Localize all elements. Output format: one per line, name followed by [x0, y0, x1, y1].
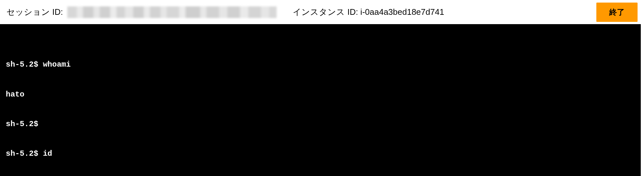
session-id-label: セッション ID:: [6, 6, 63, 18]
terminal-line: sh-5.2$: [6, 119, 635, 129]
terminal-output[interactable]: sh-5.2$ whoami hato sh-5.2$ sh-5.2$ id u…: [0, 24, 641, 176]
terminal-line: sh-5.2$ whoami: [6, 60, 635, 70]
end-session-button[interactable]: 終了: [596, 3, 638, 22]
terminal-line: sh-5.2$ id: [6, 149, 635, 159]
session-header: セッション ID: インスタンス ID: i-0aa4a3bed18e7d741…: [0, 0, 644, 24]
instance-id-label: インスタンス ID: i-0aa4a3bed18e7d741: [293, 6, 444, 18]
terminal-line: hato: [6, 90, 635, 100]
session-id-value-redacted: [67, 6, 277, 18]
